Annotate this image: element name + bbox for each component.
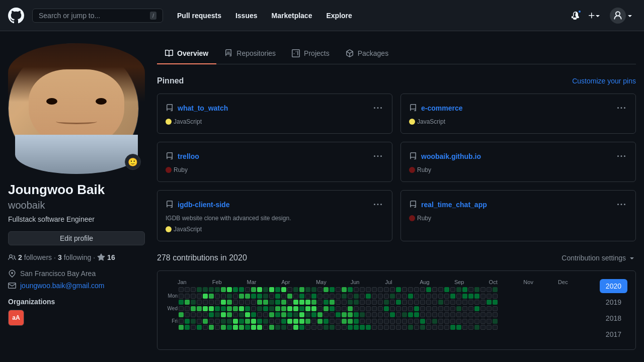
contribution-cell[interactable] [257, 306, 262, 311]
card-6-title[interactable]: real_time_chat_app [421, 201, 487, 209]
contribution-cell[interactable] [396, 306, 401, 311]
contribution-cell[interactable] [360, 325, 365, 330]
contribution-cell[interactable] [462, 319, 467, 324]
contribution-cell[interactable] [493, 312, 498, 317]
contribution-cell[interactable] [317, 319, 323, 324]
contribution-cell[interactable] [432, 306, 437, 311]
contribution-cell[interactable] [450, 294, 455, 299]
contribution-cell[interactable] [480, 325, 486, 330]
nav-pull-requests[interactable]: Pull requests [171, 8, 227, 24]
contribution-cell[interactable] [191, 312, 196, 317]
contribution-cell[interactable] [384, 300, 389, 305]
contribution-cell[interactable] [372, 294, 377, 299]
nav-marketplace[interactable]: Marketplace [266, 8, 318, 24]
contribution-cell[interactable] [462, 294, 467, 299]
contribution-cell[interactable] [414, 312, 419, 317]
contribution-cell[interactable] [493, 325, 498, 330]
contribution-cell[interactable] [426, 300, 431, 305]
contribution-cell[interactable] [311, 300, 316, 305]
contribution-cell[interactable] [263, 287, 268, 292]
contribution-cell[interactable] [179, 312, 184, 317]
contribution-cell[interactable] [287, 319, 292, 324]
contribution-cell[interactable] [281, 325, 286, 330]
contribution-cell[interactable] [408, 294, 413, 299]
contribution-cell[interactable] [378, 319, 383, 324]
contribution-cell[interactable] [269, 319, 274, 324]
contribution-cell[interactable] [263, 300, 268, 305]
contribution-cell[interactable] [474, 300, 479, 305]
contribution-cell[interactable] [197, 294, 202, 299]
contribution-cell[interactable] [203, 287, 208, 292]
contribution-cell[interactable] [396, 319, 401, 324]
contribution-cell[interactable] [474, 325, 479, 330]
contribution-cell[interactable] [342, 312, 347, 317]
contribution-cell[interactable] [456, 294, 461, 299]
contribution-cell[interactable] [263, 312, 268, 317]
contribution-cell[interactable] [360, 319, 365, 324]
contribution-cell[interactable] [456, 306, 461, 311]
contribution-cell[interactable] [402, 287, 407, 292]
contribution-cell[interactable] [269, 300, 274, 305]
contribution-cell[interactable] [209, 294, 214, 299]
card-2-more-button[interactable] [615, 102, 627, 114]
contribution-cell[interactable] [287, 325, 292, 330]
contribution-cell[interactable] [480, 319, 486, 324]
contribution-cell[interactable] [197, 287, 202, 292]
contribution-cell[interactable] [487, 325, 492, 330]
contribution-cell[interactable] [257, 294, 262, 299]
contribution-cell[interactable] [396, 294, 401, 299]
contribution-cell[interactable] [299, 306, 304, 311]
contribution-cell[interactable] [426, 312, 431, 317]
contribution-cell[interactable] [396, 287, 401, 292]
contribution-cell[interactable] [420, 319, 425, 324]
contribution-cell[interactable] [402, 306, 407, 311]
contribution-cell[interactable] [287, 294, 292, 299]
contribution-cell[interactable] [372, 287, 377, 292]
contribution-cell[interactable] [468, 294, 473, 299]
contribution-cell[interactable] [402, 300, 407, 305]
contribution-cell[interactable] [366, 306, 371, 311]
contribution-cell[interactable] [221, 300, 226, 305]
contribution-cell[interactable] [360, 312, 365, 317]
contribution-cell[interactable] [426, 319, 431, 324]
contribution-cell[interactable] [281, 312, 286, 317]
contribution-cell[interactable] [203, 300, 208, 305]
contribution-cell[interactable] [215, 312, 220, 317]
contribution-cell[interactable] [378, 325, 383, 330]
edit-profile-button[interactable]: Edit profile [8, 231, 145, 245]
contribution-cell[interactable] [372, 319, 377, 324]
contribution-cell[interactable] [281, 306, 286, 311]
contribution-settings-button[interactable]: Contribution settings [561, 254, 636, 262]
contribution-cell[interactable] [390, 306, 395, 311]
contribution-cell[interactable] [281, 319, 286, 324]
contribution-cell[interactable] [311, 287, 316, 292]
contribution-cell[interactable] [221, 287, 226, 292]
contribution-cell[interactable] [456, 287, 461, 292]
contribution-cell[interactable] [408, 306, 413, 311]
card-5-more-button[interactable] [372, 199, 384, 211]
contribution-cell[interactable] [191, 306, 196, 311]
contribution-cell[interactable] [336, 325, 341, 330]
contribution-cell[interactable] [493, 319, 498, 324]
card-2-title[interactable]: e-commerce [421, 104, 463, 112]
contribution-cell[interactable] [408, 312, 413, 317]
contribution-cell[interactable] [263, 325, 268, 330]
contribution-cell[interactable] [330, 306, 335, 311]
contribution-cell[interactable] [293, 300, 298, 305]
contribution-cell[interactable] [450, 287, 455, 292]
contribution-cell[interactable] [209, 306, 214, 311]
contribution-cell[interactable] [239, 294, 244, 299]
contribution-cell[interactable] [257, 319, 262, 324]
contribution-cell[interactable] [432, 319, 437, 324]
year-2020-button[interactable]: 2020 [600, 279, 627, 293]
contribution-cell[interactable] [378, 312, 383, 317]
contribution-cell[interactable] [233, 287, 238, 292]
contribution-cell[interactable] [348, 325, 353, 330]
contribution-cell[interactable] [215, 287, 220, 292]
contribution-cell[interactable] [366, 300, 371, 305]
contribution-cell[interactable] [185, 319, 190, 324]
contribution-cell[interactable] [402, 294, 407, 299]
contribution-cell[interactable] [305, 312, 310, 317]
contribution-cell[interactable] [336, 312, 341, 317]
contribution-cell[interactable] [330, 325, 335, 330]
